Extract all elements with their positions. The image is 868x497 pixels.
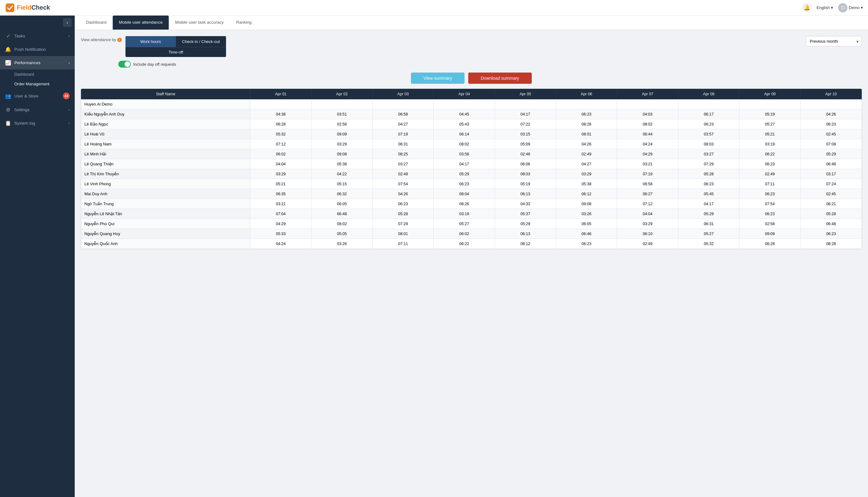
- col-apr04: Apr 04: [434, 89, 495, 99]
- sidebar-item-user-store[interactable]: 👥 User & Store 43: [0, 89, 75, 103]
- cell-13-2: 08:01: [372, 229, 433, 239]
- performances-icon: 📈: [5, 60, 11, 66]
- cell-8-8: 07:11: [739, 179, 800, 189]
- cell-1-5: 06:23: [556, 109, 617, 119]
- sidebar-item-push-notification[interactable]: 🔔 Push Notification: [0, 43, 75, 56]
- col-staff-name: Staff Name: [81, 89, 250, 99]
- tab-mobile-user-attendance[interactable]: Mobile user attendance: [113, 16, 169, 30]
- cell-5-9: 05:29: [800, 149, 862, 159]
- cell-13-5: 06:46: [556, 229, 617, 239]
- view-attendance-label: View attendance by: [81, 37, 116, 42]
- app-logo[interactable]: FieldCheck: [5, 3, 50, 13]
- performances-arrow-icon: ›: [69, 61, 70, 65]
- cell-7-9: 03:17: [800, 169, 862, 179]
- cell-1-8: 05:19: [739, 109, 800, 119]
- cell-14-7: 05:32: [678, 239, 739, 249]
- notifications-bell[interactable]: 🔔: [802, 3, 812, 12]
- cell-5-7: 03:27: [678, 149, 739, 159]
- sidebar-sub-dashboard[interactable]: Dashboard: [0, 69, 75, 79]
- cell-10-5: 09:08: [556, 199, 617, 209]
- sidebar-item-tasks[interactable]: ✓ Tasks ›: [0, 29, 75, 43]
- checkin-checkout-button[interactable]: Check-in / Check-out: [176, 36, 226, 47]
- cell-2-6: 08:02: [617, 119, 678, 129]
- cell-3-1: 09:09: [311, 129, 372, 139]
- cell-11-2: 05:28: [372, 209, 433, 219]
- cell-13-4: 06:13: [495, 229, 556, 239]
- cell-4-8: 03:19: [739, 139, 800, 149]
- cell-8-4: 05:19: [495, 179, 556, 189]
- cell-staff-name: Lê Hoàng Nam: [81, 139, 250, 149]
- sidebar-collapse-button[interactable]: ‹: [63, 18, 72, 27]
- include-dayoff-toggle[interactable]: [118, 61, 131, 68]
- content-area: View attendance by i Work hours Check-in…: [75, 30, 868, 497]
- cell-0-9: [800, 99, 862, 109]
- cell-11-7: 05:29: [678, 209, 739, 219]
- sidebar-item-settings[interactable]: ⚙ Settings ›: [0, 103, 75, 116]
- sidebar-sub-order-management[interactable]: Order Management: [0, 79, 75, 89]
- cell-13-7: 05:27: [678, 229, 739, 239]
- table-row: Ngô Tuấn Trung03:2106:0506:2308:2604:330…: [81, 199, 862, 209]
- sidebar: ‹ ✓ Tasks › 🔔 Push Notification 📈 Perfor…: [0, 16, 75, 497]
- cell-11-3: 03:19: [434, 209, 495, 219]
- cell-1-0: 04:38: [250, 109, 311, 119]
- tab-ranking[interactable]: Ranking: [230, 16, 258, 30]
- cell-staff-name: Kiều Nguyễn Anh Duy: [81, 109, 250, 119]
- cell-5-4: 02:46: [495, 149, 556, 159]
- cell-8-0: 05:21: [250, 179, 311, 189]
- cell-9-3: 08:04: [434, 189, 495, 199]
- sidebar-item-system-log[interactable]: 📋 System log ›: [0, 116, 75, 130]
- system-log-icon: 📋: [5, 120, 11, 126]
- cell-13-1: 05:05: [311, 229, 372, 239]
- cell-14-4: 08:12: [495, 239, 556, 249]
- cell-14-0: 04:24: [250, 239, 311, 249]
- download-summary-button[interactable]: Download summary: [468, 73, 532, 84]
- user-menu[interactable]: D Demo ▾: [838, 3, 863, 12]
- cell-5-0: 06:02: [250, 149, 311, 159]
- view-summary-button[interactable]: View summary: [411, 73, 464, 84]
- summary-row: View summary Download summary: [81, 73, 862, 84]
- cell-13-3: 06:02: [434, 229, 495, 239]
- navbar: FieldCheck 🔔 English ▾ D Demo ▾: [0, 0, 868, 16]
- table-row: Lê Hoàng Nam07:1203:2906:3108:0205:0904:…: [81, 139, 862, 149]
- user-avatar: D: [838, 3, 848, 12]
- table-row: Kiều Nguyễn Anh Duy04:3803:5106:5804:450…: [81, 109, 862, 119]
- tasks-arrow-icon: ›: [69, 34, 70, 38]
- cell-3-4: 03:15: [495, 129, 556, 139]
- tab-dashboard[interactable]: Dashboard: [80, 16, 113, 30]
- sub-dashboard-label: Dashboard: [14, 72, 34, 76]
- cell-staff-name: Nguyễn Lê Nhật Tân: [81, 209, 250, 219]
- cell-9-1: 06:32: [311, 189, 372, 199]
- sub-order-management-label: Order Management: [14, 82, 49, 86]
- cell-staff-name: Lê Minh Hải: [81, 149, 250, 159]
- cell-6-0: 04:04: [250, 159, 311, 169]
- cell-14-9: 08:28: [800, 239, 862, 249]
- cell-staff-name: Huyen Ai Demo: [81, 99, 250, 109]
- user-store-icon: 👥: [5, 93, 11, 99]
- cell-6-4: 06:06: [495, 159, 556, 169]
- period-select[interactable]: Previous month Current month Last 7 days…: [806, 36, 862, 46]
- col-apr05: Apr 05: [495, 89, 556, 99]
- table-body: Huyen Ai DemoKiều Nguyễn Anh Duy04:3803:…: [81, 99, 862, 249]
- cell-5-1: 09:08: [311, 149, 372, 159]
- col-apr09: Apr 09: [739, 89, 800, 99]
- sidebar-item-performances[interactable]: 📈 Performances ›: [0, 56, 75, 69]
- tab-mobile-user-task-accuracy[interactable]: Mobile user task accuracy: [169, 16, 230, 30]
- work-hours-button[interactable]: Work hours: [126, 36, 176, 47]
- sidebar-user-store-label: User & Store: [14, 94, 60, 98]
- cell-1-9: 04:26: [800, 109, 862, 119]
- cell-4-1: 03:29: [311, 139, 372, 149]
- sidebar-push-notification-label: Push Notification: [14, 47, 70, 52]
- timeoff-button[interactable]: Time-off: [126, 47, 226, 57]
- table-row: Lê Bảo Ngọc06:2802:5804:2705:4307:2208:2…: [81, 119, 862, 129]
- cell-10-0: 03:21: [250, 199, 311, 209]
- cell-11-6: 04:04: [617, 209, 678, 219]
- cell-10-4: 04:33: [495, 199, 556, 209]
- cell-2-0: 06:28: [250, 119, 311, 129]
- cell-staff-name: Nguyễn Phú Quí: [81, 219, 250, 229]
- sidebar-settings-label: Settings: [14, 108, 66, 112]
- info-icon[interactable]: i: [117, 38, 122, 42]
- cell-11-5: 03:26: [556, 209, 617, 219]
- cell-9-8: 06:23: [739, 189, 800, 199]
- language-selector[interactable]: English ▾: [816, 5, 834, 10]
- navbar-right: 🔔 English ▾ D Demo ▾: [802, 3, 863, 12]
